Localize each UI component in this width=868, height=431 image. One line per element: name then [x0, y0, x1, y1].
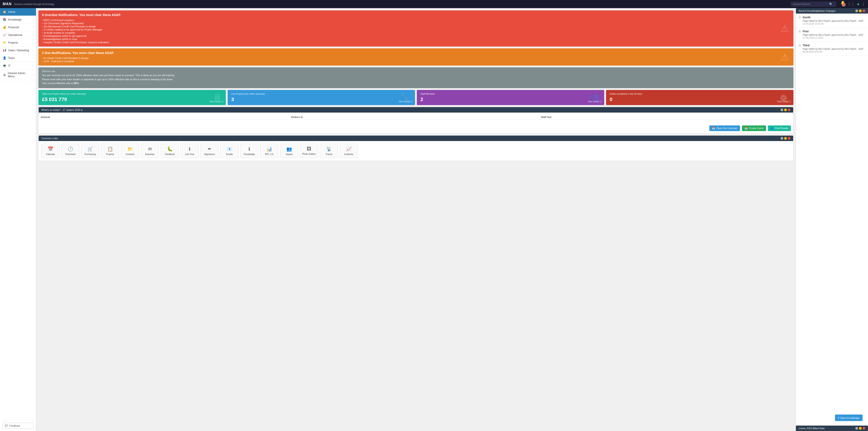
- sidebar-item-icon-operational: 📈: [3, 33, 6, 37]
- create-event-button[interactable]: 📅 Create Event: [742, 125, 766, 131]
- common-link-mtl20[interactable]: 📊 MTL 2.0: [260, 144, 278, 158]
- menu-dots-icon[interactable]: ⋮: [862, 2, 865, 6]
- billed-rate-label: сiчень 2023 Billed Rate: [799, 427, 825, 430]
- kb-restore-button[interactable]: [859, 9, 862, 12]
- link-icon-enquiries: ✉: [148, 146, 152, 152]
- sidebar-item-projects[interactable]: 📁 Projects ›: [0, 39, 36, 47]
- search-input[interactable]: [793, 3, 829, 5]
- sidebar-feedback-button[interactable]: 💬 Feedback: [2, 423, 34, 429]
- link-label-projects: Projects: [106, 153, 114, 155]
- open-calendar-label: Open the Calendar: [716, 127, 737, 129]
- common-link-calendar[interactable]: 📅 Calendar: [41, 144, 59, 158]
- common-links-header: Common Links: [39, 135, 793, 141]
- link-icon-calendar: 📅: [48, 146, 53, 152]
- link-label-purchasing: Purchasing: [85, 153, 96, 155]
- sidebar-item-left: 🖥 Intranet Admin Menu: [3, 72, 31, 78]
- link-icon-traciot: 📡: [326, 146, 332, 152]
- stat-link-staff-members[interactable]: View Detail ⓘ: [588, 100, 602, 103]
- sidebar-item-left: 📚 Knowledge: [3, 18, 22, 21]
- sidebar-chevron-team: ›: [33, 57, 33, 59]
- main-wrapper: 🏠 Home 📚 Knowledge 💰 Financial › 📈 Opera…: [0, 8, 868, 431]
- link-icon-mtl20: 📊: [267, 146, 272, 152]
- kb-item: fourth Page edited by Alex Papish, appro…: [796, 13, 868, 28]
- effective-rate-text3: Your current effective rate is 50%.: [42, 81, 790, 86]
- br-restore-button[interactable]: [859, 427, 862, 430]
- red-banner-item: 5007x Unchecked suppliers: [42, 19, 790, 22]
- due-banner-list: 5x Lloyds Credit Card Receipts to Assign…: [42, 57, 790, 63]
- common-link-squad[interactable]: 👥 Squad: [280, 144, 298, 158]
- cl-restore-button[interactable]: [784, 137, 787, 140]
- restore-button[interactable]: [784, 109, 787, 111]
- kb-item-title: Third: [803, 44, 863, 47]
- link-label-enquiries: Enquiries: [145, 153, 155, 155]
- common-link-last-one[interactable]: ℹ Last One: [181, 144, 199, 158]
- grid-icon[interactable]: ⋮⋮: [847, 2, 855, 6]
- common-link-signatures[interactable]: ✒ Signatures: [200, 144, 219, 158]
- kb-item-date: 11.04.2024 11:33:52: [803, 37, 863, 39]
- common-link-timesheet[interactable]: 🕐 Timesheet: [61, 144, 79, 158]
- stat-link-audits[interactable]: View Detail ⓘ: [777, 100, 791, 103]
- br-minimize-button[interactable]: [855, 427, 858, 430]
- common-link-purchasing[interactable]: 🛒 Purchasing: [81, 144, 99, 158]
- user-icon[interactable]: ●: [857, 2, 860, 6]
- link-label-traciot: Traciot: [326, 153, 332, 155]
- stat-label-staff-members: Staff Members: [421, 93, 600, 95]
- sidebar-item-it[interactable]: 💻 IT ›: [0, 62, 36, 70]
- sidebar-item-left: 📁 Projects: [3, 41, 18, 44]
- search-icon[interactable]: 🔍: [829, 2, 833, 6]
- sidebar-item-left: 📈 Operational: [3, 33, 22, 37]
- sidebar-item-left: 👤 Team: [3, 56, 15, 60]
- common-link-photo-gallery[interactable]: 🖼 Photo Gallery: [300, 144, 318, 158]
- kb-item-desc: Page edited by Alex Papish, approved by …: [803, 20, 863, 23]
- common-link-knowledge[interactable]: ℹ Knowledge: [240, 144, 258, 158]
- minimize-button[interactable]: [780, 109, 783, 111]
- open-knowledge-button[interactable]: ℹ Open Knowledge: [835, 414, 863, 421]
- search-box[interactable]: 🔍: [791, 2, 836, 6]
- sidebar-item-financial[interactable]: 💰 Financial ›: [0, 24, 36, 31]
- sidebar-item-home[interactable]: 🏠 Home: [0, 8, 36, 16]
- kb-minimize-button[interactable]: [855, 9, 858, 12]
- open-calendar-button[interactable]: 📅 Open the Calendar: [709, 125, 740, 131]
- notification-badge: 10: [842, 3, 845, 6]
- kb-close-button[interactable]: [863, 9, 865, 12]
- link-label-incidents: Incidents: [344, 153, 353, 155]
- sidebar-item-icon-knowledge: 📚: [3, 18, 6, 21]
- cl-close-button[interactable]: [788, 137, 790, 140]
- sidebar-item-team[interactable]: 👤 Team ›: [0, 54, 36, 62]
- kb-item: Third Page edited by Alex Papish, approv…: [796, 41, 868, 56]
- link-label-mtl20: MTL 2.0: [265, 153, 273, 155]
- common-links-window-buttons: [780, 137, 790, 140]
- sidebar-item-operational[interactable]: 📈 Operational ›: [0, 31, 36, 39]
- stat-link-live-projects[interactable]: View Detail ⓘ: [399, 100, 413, 103]
- red-banner-item: 3x Audit reviews to complete: [42, 31, 790, 34]
- common-link-feedback[interactable]: 🐛 Feedback: [161, 144, 179, 158]
- sidebar-item-label-home: Home: [8, 10, 16, 13]
- sidebar-item-left: 🏠 Home: [3, 10, 16, 13]
- sidebar-item-knowledge[interactable]: 📚 Knowledge: [0, 16, 36, 24]
- find-people-icon: 👥: [771, 127, 774, 130]
- sidebar-item-sales-marketing[interactable]: 📢 Sales / Marketing ›: [0, 47, 36, 54]
- common-link-enquiries[interactable]: ✉ Enquiries: [141, 144, 159, 158]
- common-link-contacts[interactable]: 📁 Contacts: [121, 144, 139, 158]
- link-label-calendar: Calendar: [46, 153, 55, 155]
- notifications-icon[interactable]: 🔔 10: [841, 0, 845, 8]
- br-close-button[interactable]: [863, 427, 865, 430]
- effective-rate-label: Effective rate: [42, 70, 790, 72]
- common-link-traciot[interactable]: 📡 Traciot: [320, 144, 338, 158]
- common-link-incidents[interactable]: 📈 Incidents: [340, 144, 358, 158]
- link-icon-photo-gallery: 🖼: [307, 146, 311, 151]
- stat-card-audits: Audits completed in last 30 days 0 ⏰ Vie…: [606, 90, 794, 105]
- common-links-section: Common Links 📅 Calendar 🕐 Timesheet 🛒 Pu…: [38, 135, 794, 161]
- common-link-projects[interactable]: 📋 Projects: [101, 144, 119, 158]
- find-people-button[interactable]: 👥 Find People: [768, 125, 791, 131]
- knowledge-icon: ℹ: [838, 416, 839, 419]
- sidebar-item-intranet-admin[interactable]: 🖥 Intranet Admin Menu ›: [0, 70, 36, 80]
- common-link-emails[interactable]: 📧 Emails: [220, 144, 239, 158]
- close-button[interactable]: [788, 109, 790, 111]
- sidebar-item-label-projects: Projects: [8, 41, 18, 44]
- stat-link-total-live-project[interactable]: View Detail ⓘ: [209, 100, 223, 103]
- cl-minimize-button[interactable]: [780, 137, 783, 140]
- sidebar-item-icon-sales-marketing: 📢: [3, 49, 6, 52]
- whats-on-section: What's on today? - 17 травня 2024 р. Int…: [38, 107, 794, 133]
- sidebar-chevron-projects: ›: [33, 41, 33, 44]
